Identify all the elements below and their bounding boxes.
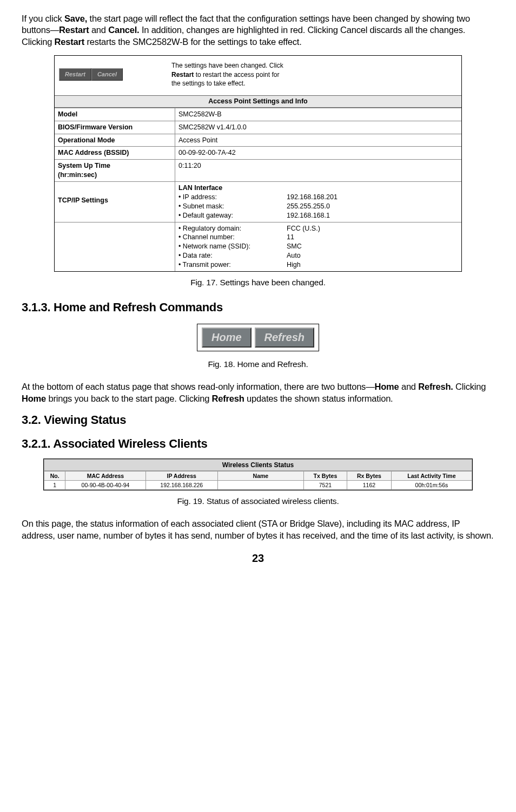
text-bold: Save, — [64, 14, 87, 23]
cell-mac: 00-90-4B-00-40-94 — [65, 481, 145, 490]
cell-tx: 7521 — [303, 481, 347, 490]
label-subnet: • Subnet mask: — [178, 202, 287, 211]
text: the settings to take effect. — [171, 80, 246, 87]
cell-name — [217, 481, 303, 490]
text: brings you back to the start page. Click… — [46, 394, 212, 403]
text: At the bottom of each status page that s… — [22, 382, 374, 391]
row-uptime: System Up Time (hr:min:sec) 0:11:20 — [55, 159, 461, 181]
text: and — [89, 25, 109, 35]
text-bold: Home — [22, 394, 46, 403]
cell-ip: 192.168.168.226 — [145, 481, 217, 490]
text: (hr:min:sec) — [58, 171, 97, 179]
col-no: No. — [44, 471, 65, 480]
settings-panel: Restart Cancel The settings have been ch… — [54, 55, 462, 272]
value-model: SMC2582W-B — [175, 108, 461, 121]
label-ssid: • Network name (SSID): — [178, 242, 287, 251]
row-wireless: • Regulatory domain:FCC (U.S.) • Channel… — [55, 222, 461, 271]
row-tcpip: TCP/IP Settings LAN Interface • IP addre… — [55, 181, 461, 222]
value-ssid: SMC — [287, 242, 458, 251]
table-header-row: No. MAC Address IP Address Name Tx Bytes… — [44, 471, 472, 480]
col-last: Last Activity Time — [391, 471, 472, 480]
row-bios: BIOS/Firmware Version SMC2582W v1.4/1.0.… — [55, 121, 461, 134]
label-gateway: • Default gateway: — [178, 211, 287, 220]
label-txpower: • Transmit power: — [178, 260, 287, 270]
wireless-clients-panel: Wireless Clients Status No. MAC Address … — [43, 459, 473, 491]
button-group: Restart Cancel — [59, 68, 123, 81]
row-model: Model SMC2582W-B — [55, 108, 461, 121]
text: restarts the SMC2582W-B for the settings… — [84, 37, 302, 47]
refresh-button[interactable]: Refresh — [255, 328, 314, 348]
text-bold: Restart — [55, 37, 84, 47]
text-bold: Cancel. — [108, 25, 139, 35]
table-row: 1 00-90-4B-00-40-94 192.168.168.226 7521… — [44, 481, 472, 490]
home-refresh-paragraph: At the bottom of each status page that s… — [22, 381, 494, 404]
text-bold: Refresh — [212, 394, 244, 403]
label-datarate: • Data rate: — [178, 251, 287, 260]
value-channel: 11 — [287, 233, 458, 242]
value-wireless: • Regulatory domain:FCC (U.S.) • Channel… — [175, 222, 461, 271]
value-txpower: High — [287, 260, 458, 270]
text: The settings have been changed. Click — [171, 62, 283, 69]
page-number: 23 — [22, 551, 494, 566]
header-message: The settings have been changed. Click Re… — [171, 61, 283, 88]
label-bios: BIOS/Firmware Version — [55, 121, 175, 134]
label-ip: • IP address: — [178, 193, 287, 202]
value-uptime: 0:11:20 — [175, 160, 461, 181]
figure-18-caption: Fig. 18. Home and Refresh. — [22, 359, 494, 370]
text: If you click — [22, 14, 64, 23]
heading-3-2: 3.2. Viewing Status — [22, 412, 494, 428]
home-refresh-panel: Home Refresh — [197, 324, 319, 351]
text-bold: Restart — [171, 71, 194, 78]
col-ip: IP Address — [145, 471, 217, 480]
label-regdomain: • Regulatory domain: — [178, 224, 287, 233]
label-mac: MAC Address (BSSID) — [55, 147, 175, 159]
figure-19-caption: Fig. 19. Status of associated wireless c… — [22, 496, 494, 507]
heading-3-1-3: 3.1.3. Home and Refresh Commands — [22, 299, 494, 316]
label-channel: • Channel number: — [178, 233, 287, 242]
cancel-button[interactable]: Cancel — [91, 68, 123, 81]
cell-no: 1 — [44, 481, 65, 490]
text-bold: Home — [374, 382, 399, 391]
text: Clicking — [453, 382, 486, 391]
value-tcpip: LAN Interface • IP address:192.168.168.2… — [175, 182, 461, 222]
text: System Up Time — [58, 162, 110, 169]
label-model: Model — [55, 108, 175, 121]
label-uptime: System Up Time (hr:min:sec) — [55, 160, 175, 181]
text: updates the shown status information. — [244, 394, 393, 403]
row-mode: Operational Mode Access Point — [55, 134, 461, 147]
intro-paragraph: If you click Save, the start page will r… — [22, 13, 494, 48]
label-mode: Operational Mode — [55, 134, 175, 147]
value-regdomain: FCC (U.S.) — [287, 224, 458, 233]
heading-3-2-1: 3.2.1. Associated Wireless Clients — [22, 436, 494, 452]
text-bold: Restart — [59, 25, 89, 35]
text: and — [399, 382, 419, 391]
col-tx: Tx Bytes — [303, 471, 347, 480]
col-rx: Rx Bytes — [347, 471, 391, 480]
home-button[interactable]: Home — [202, 328, 252, 348]
text-bold: Refresh. — [418, 382, 453, 391]
closing-paragraph: On this page, the status information of … — [22, 518, 494, 541]
restart-button[interactable]: Restart — [59, 68, 91, 81]
table-caption: Wireless Clients Status — [44, 459, 472, 471]
col-name: Name — [217, 471, 303, 480]
cell-last: 00h:01m:56s — [391, 481, 472, 490]
cell-rx: 1162 — [347, 481, 391, 490]
value-datarate: Auto — [287, 251, 458, 260]
wireless-clients-table: Wireless Clients Status No. MAC Address … — [44, 459, 472, 490]
lan-interface-heading: LAN Interface — [178, 184, 458, 193]
label-empty — [55, 222, 175, 271]
text: to restart the access point for — [194, 71, 279, 78]
row-mac: MAC Address (BSSID) 00-09-92-00-7A-42 — [55, 146, 461, 159]
value-mac: 00-09-92-00-7A-42 — [175, 147, 461, 159]
label-tcpip: TCP/IP Settings — [55, 182, 175, 222]
section-heading: Access Point Settings and Info — [55, 95, 461, 108]
value-mode: Access Point — [175, 134, 461, 147]
panel-header: Restart Cancel The settings have been ch… — [55, 56, 461, 95]
value-bios: SMC2582W v1.4/1.0.0 — [175, 121, 461, 134]
col-mac: MAC Address — [65, 471, 145, 480]
value-subnet: 255.255.255.0 — [287, 202, 458, 211]
value-gateway: 192.168.168.1 — [287, 211, 458, 220]
value-ip: 192.168.168.201 — [287, 193, 458, 202]
figure-17-caption: Fig. 17. Settings have been changed. — [22, 277, 494, 289]
